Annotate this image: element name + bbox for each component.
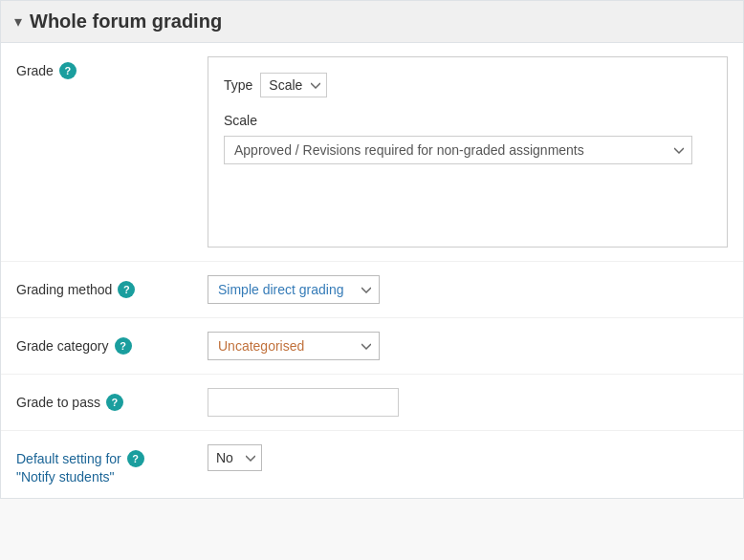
grade-label-col: Grade ? bbox=[16, 56, 208, 79]
grade-to-pass-label-col: Grade to pass ? bbox=[16, 388, 208, 411]
notify-students-control-col: No Yes bbox=[208, 444, 728, 471]
grade-category-label-col: Grade category ? bbox=[16, 332, 208, 355]
notify-students-select[interactable]: No Yes bbox=[208, 444, 262, 471]
type-label: Type bbox=[224, 77, 252, 93]
notify-students-label: Default setting for bbox=[16, 451, 121, 466]
section-title: Whole forum grading bbox=[30, 11, 222, 32]
grade-category-help-icon[interactable]: ? bbox=[115, 337, 132, 355]
grade-box: Type Scale None Point Scale Approved / R… bbox=[208, 56, 728, 248]
grade-help-icon[interactable]: ? bbox=[59, 62, 77, 79]
scale-select[interactable]: Approved / Revisions required for non-gr… bbox=[224, 136, 692, 164]
notify-students-label-col: Default setting for ? "Notify students" bbox=[16, 444, 208, 485]
section-body: Grade ? Type Scale None Point Scale bbox=[1, 43, 743, 498]
notify-students-row: Default setting for ? "Notify students" … bbox=[1, 431, 743, 498]
grade-to-pass-label: Grade to pass bbox=[16, 395, 100, 410]
grading-method-label: Grading method bbox=[16, 282, 112, 297]
grade-to-pass-help-icon[interactable]: ? bbox=[106, 394, 123, 411]
page-container: ▾ Whole forum grading Grade ? Type Scale… bbox=[0, 0, 744, 499]
chevron-icon: ▾ bbox=[14, 12, 22, 31]
grading-method-control-col: Simple direct grading Marking guide Rubr… bbox=[208, 275, 728, 304]
grading-method-select[interactable]: Simple direct grading Marking guide Rubr… bbox=[208, 275, 380, 304]
section-header[interactable]: ▾ Whole forum grading bbox=[1, 1, 743, 43]
grade-category-row: Grade category ? Uncategorised bbox=[1, 318, 743, 375]
type-row: Type Scale None Point bbox=[224, 73, 711, 97]
grade-control-col: Type Scale None Point Scale Approved / R… bbox=[208, 56, 728, 248]
scale-label: Scale bbox=[224, 113, 711, 128]
notify-students-label2: "Notify students" bbox=[16, 469, 144, 485]
grading-method-help-icon[interactable]: ? bbox=[118, 281, 135, 298]
grade-label: Grade bbox=[16, 63, 54, 78]
grade-to-pass-control-col bbox=[208, 388, 728, 417]
notify-students-help-icon[interactable]: ? bbox=[127, 450, 144, 467]
grading-method-row: Grading method ? Simple direct grading M… bbox=[1, 262, 743, 318]
type-select[interactable]: Scale None Point bbox=[260, 73, 327, 97]
grade-to-pass-row: Grade to pass ? bbox=[1, 375, 743, 431]
grade-category-label: Grade category bbox=[16, 338, 109, 354]
grade-to-pass-input[interactable] bbox=[208, 388, 399, 417]
grade-category-control-col: Uncategorised bbox=[208, 332, 728, 360]
grade-row: Grade ? Type Scale None Point Scale bbox=[1, 43, 743, 262]
grading-method-label-col: Grading method ? bbox=[16, 275, 208, 298]
grade-category-select[interactable]: Uncategorised bbox=[208, 332, 380, 360]
